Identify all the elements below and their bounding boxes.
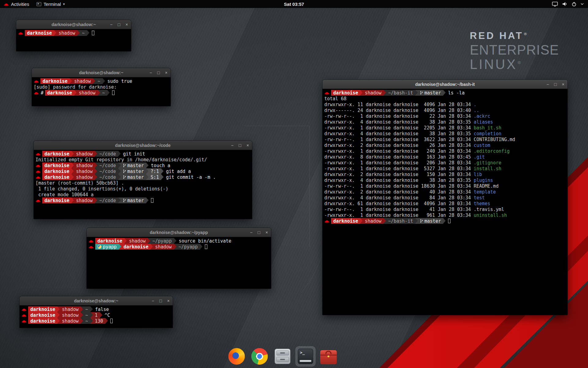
activities-button[interactable]: Activities bbox=[0, 0, 33, 8]
output-text: .editorconfig bbox=[474, 148, 510, 154]
window-titlebar[interactable]: darknoise@shadow:~−□× bbox=[32, 68, 171, 77]
terminal-line: drwxrwxr-x. 4 darknoise darknoise 38 Jan… bbox=[324, 119, 566, 125]
chevron-down-icon[interactable] bbox=[581, 3, 584, 5]
chrome-icon bbox=[251, 348, 268, 365]
volume-icon[interactable] bbox=[562, 2, 567, 6]
dock-toolbox-icon[interactable] bbox=[318, 346, 339, 366]
minimize-button[interactable]: − bbox=[546, 82, 549, 86]
redhat-prompt-icon bbox=[36, 198, 41, 202]
powerline-separator bbox=[360, 90, 363, 96]
prompt-segment-host: shadow bbox=[153, 244, 174, 250]
display-icon[interactable] bbox=[552, 2, 558, 7]
minimize-button[interactable]: − bbox=[149, 71, 152, 75]
terminal-content[interactable]: darknoiseshadow~ bbox=[16, 29, 131, 51]
terminal-content[interactable]: darknoiseshadow~falsedarknoiseshadow~1^C… bbox=[20, 305, 173, 328]
terminal-line: darknoiseshadow~false bbox=[21, 306, 171, 312]
maximize-button[interactable]: □ bbox=[157, 71, 160, 75]
terminal-content[interactable]: darknoiseshadow~/pyappsource bin/activat… bbox=[87, 237, 271, 289]
maximize-button[interactable]: □ bbox=[554, 82, 556, 86]
app-menu-button[interactable]: Terminal ▾ bbox=[33, 0, 68, 8]
powerline-separator bbox=[383, 90, 386, 96]
powerline-separator-arrow bbox=[57, 306, 60, 312]
window-titlebar[interactable]: darknoise@shadow:~−□× bbox=[20, 296, 173, 305]
prompt-segment-path: ~/bash-it bbox=[386, 218, 415, 224]
maximize-button[interactable]: □ bbox=[159, 299, 162, 303]
prompt-segment-text: shadow bbox=[76, 163, 92, 168]
prompt-segment-user: darknoise bbox=[331, 218, 360, 224]
powerline-separator bbox=[415, 90, 418, 96]
powerline-separator bbox=[124, 238, 127, 244]
dock-firefox-icon[interactable] bbox=[227, 346, 247, 366]
powerline-separator-arrow bbox=[70, 78, 72, 84]
power-icon[interactable] bbox=[571, 2, 577, 7]
window-titlebar[interactable]: darknoise@shadow:~/pyapp−□× bbox=[87, 228, 271, 237]
output-text: drwxrwxr-x. 61 darknoise darknoise 4096 … bbox=[324, 201, 474, 206]
dock-terminal-icon[interactable]: >_ bbox=[296, 346, 316, 366]
output-text: drwxrwxr-x. 2 darknoise darknoise 40 Jan… bbox=[324, 189, 474, 195]
window-titlebar[interactable]: darknoise@shadow:~−□× bbox=[16, 20, 131, 29]
output-text: -rw-rw-r--. 1 darknoise darknoise 3622 J… bbox=[324, 137, 474, 142]
prompt-segment-text: darknoise bbox=[30, 318, 55, 324]
dock-chrome-icon[interactable] bbox=[250, 346, 270, 366]
prompt-segment-user: darknoise bbox=[40, 78, 70, 84]
close-button[interactable]: × bbox=[562, 82, 564, 86]
minimize-button[interactable]: − bbox=[231, 143, 233, 148]
terminal-content[interactable]: darknoiseshadow~/codegit initInitialized… bbox=[34, 150, 252, 219]
close-button[interactable]: × bbox=[266, 230, 268, 235]
close-button[interactable]: × bbox=[126, 22, 128, 27]
powerline-separator bbox=[174, 244, 176, 250]
system-status-area[interactable] bbox=[549, 0, 586, 8]
output-text: .ackrc bbox=[474, 113, 490, 119]
redhat-icon bbox=[4, 2, 9, 6]
powerline-separator bbox=[146, 174, 149, 180]
close-button[interactable]: × bbox=[167, 299, 170, 303]
powerline-separator bbox=[146, 197, 149, 203]
prompt-segment-user: darknoise bbox=[28, 306, 57, 312]
close-button[interactable]: × bbox=[165, 71, 168, 75]
dock-app-grid-icon[interactable] bbox=[341, 346, 362, 366]
prompt-segment-text: 130 bbox=[95, 318, 103, 324]
minimize-button[interactable]: − bbox=[110, 22, 112, 27]
minimize-button[interactable]: − bbox=[250, 230, 252, 235]
output-text: [sudo] password for darknoise: bbox=[34, 84, 119, 90]
chevron-down-icon: ▾ bbox=[63, 2, 65, 6]
output-text: themes bbox=[474, 201, 490, 206]
output-text: drwxrwxr-x. 2 darknoise darknoise 150 Ja… bbox=[324, 172, 474, 177]
powerline-separator-arrow bbox=[118, 151, 121, 156]
powerline-separator-arrow bbox=[81, 318, 83, 324]
terminal-line: drwxrwxr-x. 4 darknoise darknoise 38 Jan… bbox=[324, 177, 566, 183]
minimize-button[interactable]: − bbox=[152, 299, 154, 303]
terminal-content[interactable]: darknoiseshadow~sudo true[sudo] password… bbox=[32, 77, 171, 106]
prompt-segment-text: darknoise bbox=[44, 151, 69, 157]
prompt-segment-host: shadow bbox=[77, 90, 97, 96]
prompt-segment-text: darknoise bbox=[44, 169, 69, 174]
command-text: touch a bbox=[151, 163, 170, 168]
terminal-line: create mode 100644 a bbox=[36, 192, 250, 197]
terminal-line: drwxrwxr-x. 11 darknoise darknoise 4096 … bbox=[324, 102, 566, 107]
output-text: -rw-rw-r--. 1 darknoise darknoise 22 Jan… bbox=[324, 113, 474, 119]
powerline-separator-arrow bbox=[54, 30, 56, 36]
close-button[interactable]: × bbox=[247, 143, 249, 148]
prompt-segment-host: shadow bbox=[74, 174, 95, 180]
terminal-line: darknoiseshadow~/codemaster?:1git add a bbox=[36, 168, 250, 174]
powerline-separator bbox=[107, 90, 110, 96]
powerline-separator-arrow bbox=[161, 168, 164, 174]
command-text: git add a bbox=[166, 169, 191, 174]
powerline-separator-arrow bbox=[360, 90, 363, 95]
powerline-separator-arrow bbox=[95, 174, 97, 180]
window-titlebar[interactable]: darknoise@shadow:~/code−□× bbox=[34, 141, 252, 150]
powerline-separator bbox=[105, 318, 108, 324]
powerline-separator bbox=[70, 78, 72, 84]
maximize-button[interactable]: □ bbox=[118, 22, 120, 27]
maximize-button[interactable]: □ bbox=[239, 143, 241, 148]
powerline-separator bbox=[148, 238, 150, 244]
terminal-content[interactable]: darknoiseshadow~/bash-itmasterls -latota… bbox=[322, 89, 567, 315]
terminal-line: #darknoiseshadow~ bbox=[34, 90, 169, 96]
maximize-button[interactable]: □ bbox=[258, 230, 260, 235]
window-titlebar[interactable]: darknoise@shadow:~/bash-it−□× bbox=[322, 80, 567, 89]
output-text: CONTRIBUTING.md bbox=[474, 137, 515, 142]
dock-files-icon[interactable] bbox=[273, 346, 293, 366]
clock[interactable]: Sat 03:57 bbox=[281, 0, 307, 8]
prompt-segment-path: ~ bbox=[83, 306, 90, 312]
output-text: -rwxrwxr-x. 1 darknoise darknoise 2205 J… bbox=[324, 125, 474, 131]
